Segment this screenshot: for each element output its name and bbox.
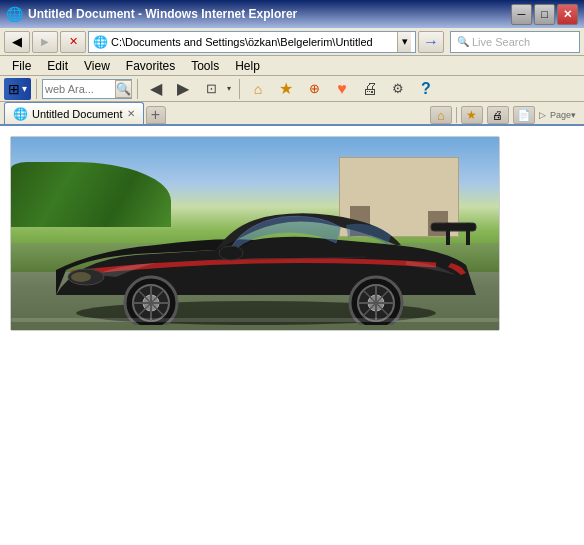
car-image: [10, 136, 500, 331]
toolbar-mail-button[interactable]: ♥: [329, 78, 355, 100]
tab-untitled-document[interactable]: 🌐 Untitled Document ✕: [4, 102, 144, 124]
back-button[interactable]: ◀: [4, 31, 30, 53]
svg-rect-19: [466, 223, 470, 245]
minimize-button[interactable]: ─: [511, 4, 532, 25]
toolbar-back-button[interactable]: ◀: [143, 78, 169, 100]
tab-toolbar-right: ⌂ ★ 🖨 📄 ▷ Page▾: [168, 106, 581, 124]
content-area: [0, 126, 584, 545]
menu-view[interactable]: View: [76, 57, 118, 75]
tab-home-button[interactable]: ⌂: [430, 106, 452, 124]
svg-point-2: [71, 272, 91, 282]
tab-print-button[interactable]: 🖨: [487, 106, 509, 124]
toolbar-separator-2: [137, 79, 138, 99]
tab-page-label: Page▾: [550, 110, 576, 120]
tab-bar: 🌐 Untitled Document ✕ + ⌂ ★ 🖨 📄 ▷ Page▾: [0, 102, 584, 126]
toolbar-page-dropdown[interactable]: ▾: [224, 78, 234, 100]
forward-button[interactable]: ▶: [32, 31, 58, 53]
toolbar-search-button[interactable]: 🔍: [115, 80, 132, 98]
tab-label: Untitled Document: [32, 108, 123, 120]
close-button[interactable]: ✕: [557, 4, 578, 25]
address-input[interactable]: [111, 36, 397, 48]
svg-rect-18: [446, 223, 450, 245]
live-search-box[interactable]: 🔍 Live Search: [450, 31, 580, 53]
navigation-bar: ◀ ▶ ✕ 🌐 ▾ → 🔍 Live Search: [0, 28, 584, 56]
tab-favorites-button[interactable]: ★: [461, 106, 483, 124]
tab-page-button[interactable]: 📄: [513, 106, 535, 124]
go-button[interactable]: →: [418, 31, 444, 53]
window-title: Untitled Document - Windows Internet Exp…: [28, 7, 511, 21]
toolbar-help-button[interactable]: ?: [413, 78, 439, 100]
menu-favorites[interactable]: Favorites: [118, 57, 183, 75]
address-dropdown[interactable]: ▾: [397, 32, 411, 52]
toolbar-print-button[interactable]: 🖨: [357, 78, 383, 100]
toolbar-separator-3: [239, 79, 240, 99]
toolbar-separator-1: [36, 79, 37, 99]
toolbar-tools-button[interactable]: ⚙: [385, 78, 411, 100]
start-button[interactable]: ⊞ ▾: [4, 78, 31, 100]
toolbar-feeds-button[interactable]: ⊕: [301, 78, 327, 100]
tab-close-button[interactable]: ✕: [127, 108, 135, 119]
toolbar-search-input[interactable]: [45, 83, 115, 95]
toolbar: ⊞ ▾ 🔍 ◀ ▶ ⊡ ▾ ⌂ ★ ⊕ ♥ 🖨 ⚙ ?: [0, 76, 584, 102]
title-bar: 🌐 Untitled Document - Windows Internet E…: [0, 0, 584, 28]
app-icon: 🌐: [6, 6, 22, 22]
toolbar-home-button[interactable]: ⌂: [245, 78, 271, 100]
road-marking: [11, 318, 499, 322]
window-controls: ─ □ ✕: [511, 4, 578, 25]
toolbar-page-button[interactable]: ⊡: [198, 78, 224, 100]
toolbar-page-group: ⊡ ▾: [198, 78, 234, 100]
menu-bar: File Edit View Favorites Tools Help: [0, 56, 584, 76]
menu-tools[interactable]: Tools: [183, 57, 227, 75]
new-tab-button[interactable]: +: [146, 106, 166, 124]
live-search-placeholder: Live Search: [472, 36, 530, 48]
car-svg: [16, 165, 496, 325]
menu-help[interactable]: Help: [227, 57, 268, 75]
refresh-button[interactable]: ✕: [60, 31, 86, 53]
svg-point-20: [219, 246, 243, 260]
menu-file[interactable]: File: [4, 57, 39, 75]
toolbar-forward-button[interactable]: ▶: [170, 78, 196, 100]
menu-edit[interactable]: Edit: [39, 57, 76, 75]
tab-separator: [456, 107, 457, 123]
tab-overflow-button[interactable]: ▷: [539, 110, 546, 120]
address-bar[interactable]: 🌐 ▾: [88, 31, 416, 53]
toolbar-nav-buttons: ◀ ▶: [143, 78, 196, 100]
toolbar-search-box[interactable]: 🔍: [42, 79, 132, 99]
maximize-button[interactable]: □: [534, 4, 555, 25]
toolbar-favorites-button[interactable]: ★: [273, 78, 299, 100]
